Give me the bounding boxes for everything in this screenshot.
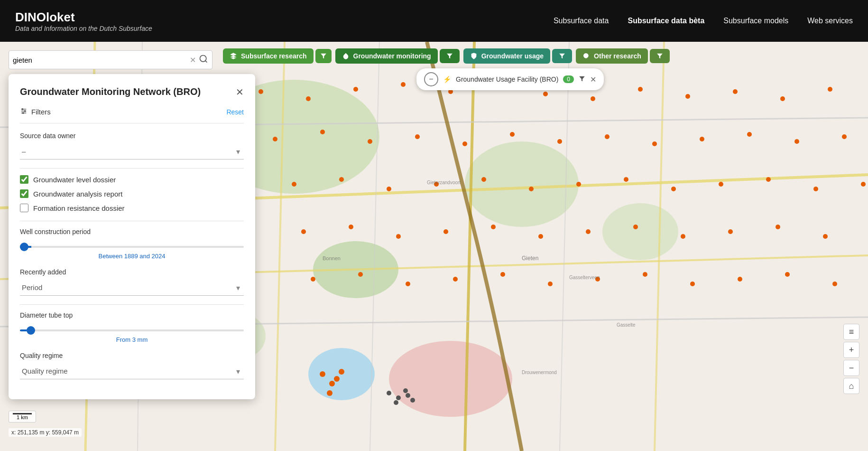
groundwater-level-checkbox[interactable] (20, 175, 28, 184)
groundwater-level-label[interactable]: Groundwater level dossier (33, 176, 116, 184)
quality-regime-select[interactable]: Quality regime (20, 363, 244, 379)
svg-marker-128 (579, 76, 585, 81)
map-home-button[interactable]: ⌂ (843, 378, 859, 394)
svg-text:Gasselterveen: Gasselterveen (569, 275, 600, 280)
svg-point-73 (813, 187, 818, 191)
svg-point-104 (387, 391, 391, 395)
svg-point-6 (602, 203, 678, 260)
svg-point-120 (200, 56, 206, 62)
svg-point-89 (406, 282, 410, 286)
usage-pill-filter-icon[interactable] (579, 75, 585, 84)
svg-point-82 (633, 225, 638, 229)
svg-point-48 (415, 134, 420, 139)
svg-point-57 (842, 134, 847, 139)
subsurface-research-button[interactable]: Subsurface research (223, 48, 314, 64)
source-data-owner-select[interactable]: – (20, 143, 244, 160)
nav-subsurface-data-beta[interactable]: Subsurface data bèta (628, 17, 704, 25)
usage-lightning-icon: ⚡ (443, 75, 451, 83)
formation-resistance-label[interactable]: Formation resistance dossier (33, 204, 125, 212)
subsurface-research-filter-button[interactable] (315, 49, 332, 63)
svg-point-98 (832, 282, 837, 286)
svg-point-125 (583, 53, 589, 58)
svg-point-71 (719, 182, 723, 187)
well-construction-period-slider[interactable] (20, 246, 244, 248)
coordinates-text: x: 251,135 m y: 559,047 m (11, 429, 79, 436)
groundwater-analysis-label[interactable]: Groundwater analysis report (33, 190, 122, 198)
filter-panel-close-button[interactable]: ✕ (236, 86, 244, 98)
svg-point-54 (700, 137, 704, 141)
quality-regime-select-wrapper: Quality regime (20, 363, 244, 379)
groundwater-analysis-checkbox[interactable] (20, 189, 28, 198)
usage-pill-close-icon[interactable]: ✕ (590, 75, 596, 84)
search-bar: ✕ (9, 50, 212, 69)
svg-point-63 (339, 177, 344, 182)
map-controls: ≡ + − ⌂ (843, 324, 859, 394)
checkbox-group: Groundwater level dossier Groundwater an… (20, 175, 244, 212)
groundwater-monitoring-filter-button[interactable] (440, 49, 460, 63)
usage-pill-minus-button[interactable]: − (424, 72, 438, 86)
recently-added-select[interactable]: Period (20, 280, 244, 296)
svg-marker-124 (559, 54, 565, 59)
checkbox-item-groundwater-level: Groundwater level dossier (20, 175, 244, 184)
svg-point-99 (320, 371, 325, 377)
search-clear-icon[interactable]: ✕ (190, 56, 196, 65)
groundwater-monitoring-group: Groundwater monitoring (335, 48, 460, 64)
formation-resistance-checkbox[interactable] (20, 204, 28, 212)
groundwater-usage-button[interactable]: Groundwater usage (463, 48, 550, 64)
checkbox-item-formation-resistance: Formation resistance dossier (20, 204, 244, 212)
svg-point-34 (638, 87, 643, 92)
svg-text:Bonnen: Bonnen (323, 255, 341, 261)
quality-regime-group: Quality regime Quality regime (20, 352, 244, 379)
svg-point-67 (529, 187, 534, 191)
svg-point-100 (329, 381, 335, 386)
filter-panel: Groundwater Monitoring Network (BRO) ✕ F… (9, 74, 255, 399)
subsurface-research-group: Subsurface research (223, 48, 332, 64)
svg-line-126 (588, 57, 589, 59)
svg-point-27 (306, 96, 311, 101)
map-list-button[interactable]: ≡ (843, 324, 859, 340)
svg-point-50 (510, 132, 515, 137)
diameter-slider-container (20, 325, 244, 333)
map-container: Gieten Bonnen Gieterzandvoort Gasselterv… (0, 42, 868, 451)
svg-point-85 (776, 225, 780, 229)
scale-bar-label: 1 km (17, 414, 28, 420)
home-icon: ⌂ (849, 381, 854, 391)
svg-point-35 (685, 94, 690, 99)
diameter-tube-top-slider[interactable] (20, 329, 244, 331)
diameter-value: From 3 mm (20, 336, 244, 343)
filter-icon-2 (446, 53, 453, 59)
svg-text:Gieten: Gieten (522, 255, 538, 262)
svg-point-101 (339, 369, 344, 375)
groundwater-monitoring-button[interactable]: Groundwater monitoring (335, 48, 438, 64)
nav-web-services[interactable]: Web services (807, 17, 853, 25)
svg-point-87 (311, 277, 315, 282)
map-zoom-out-button[interactable]: − (843, 360, 859, 376)
svg-point-38 (828, 87, 832, 92)
groundwater-usage-filter-button[interactable] (552, 49, 572, 63)
svg-point-97 (785, 272, 790, 277)
svg-text:Gasselte: Gasselte (617, 322, 636, 328)
filter-sliders-icon (20, 107, 28, 116)
other-research-filter-button[interactable] (650, 49, 670, 63)
svg-point-7 (389, 341, 512, 417)
source-data-owner-group: Source data owner – (20, 132, 244, 160)
svg-point-96 (738, 277, 742, 282)
diameter-tube-top-group: Diameter tube top From 3 mm (20, 311, 244, 343)
source-data-owner-select-wrapper: – (20, 143, 244, 160)
other-research-group: Other research (576, 48, 670, 64)
map-zoom-in-button[interactable]: + (843, 342, 859, 358)
svg-point-56 (794, 139, 799, 144)
well-construction-period-label: Well construction period (20, 228, 244, 235)
svg-point-62 (292, 182, 296, 187)
svg-point-29 (401, 82, 406, 87)
nav-subsurface-data[interactable]: Subsurface data (554, 17, 609, 25)
svg-point-69 (624, 177, 628, 182)
filters-reset-button[interactable]: Reset (226, 108, 244, 116)
nav-subsurface-models[interactable]: Subsurface models (723, 17, 788, 25)
diameter-tube-top-label: Diameter tube top (20, 311, 244, 319)
other-research-button[interactable]: Other research (576, 48, 648, 64)
search-input[interactable] (13, 56, 190, 64)
svg-point-92 (548, 282, 553, 286)
search-button[interactable] (199, 54, 208, 66)
svg-point-52 (605, 134, 609, 139)
